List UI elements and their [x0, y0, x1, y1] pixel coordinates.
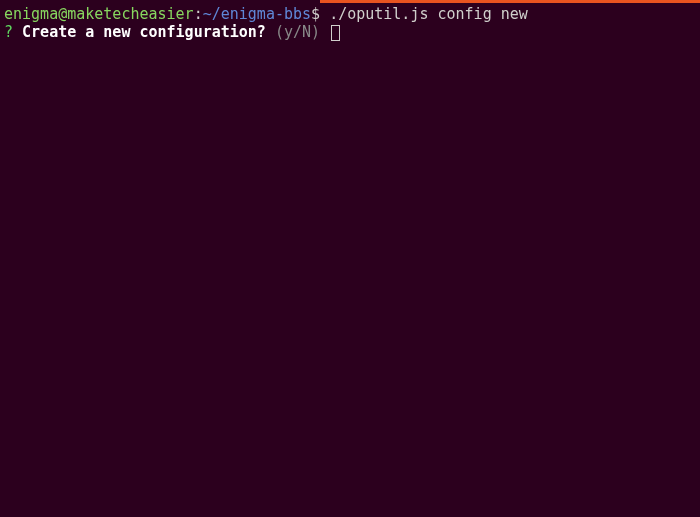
prompt-sigil: $ [311, 5, 320, 23]
window-accent-bar [320, 0, 700, 3]
terminal-window[interactable]: enigma@maketecheasier:~/enigma-bbs$ ./op… [0, 0, 700, 517]
prompt-hint: (y/N) [275, 23, 320, 41]
entered-command: ./oputil.js config new [320, 5, 528, 23]
user-host: enigma@maketecheasier [4, 5, 194, 23]
shell-prompt-line: enigma@maketecheasier:~/enigma-bbs$ ./op… [0, 5, 700, 23]
prompt-question: Create a new configuration? [22, 23, 266, 41]
text-cursor [331, 25, 340, 41]
current-path: ~/enigma-bbs [203, 5, 311, 23]
prompt-separator: : [194, 5, 203, 23]
interactive-prompt-line[interactable]: ? Create a new configuration? (y/N) [0, 23, 700, 41]
question-mark-icon: ? [4, 23, 13, 41]
